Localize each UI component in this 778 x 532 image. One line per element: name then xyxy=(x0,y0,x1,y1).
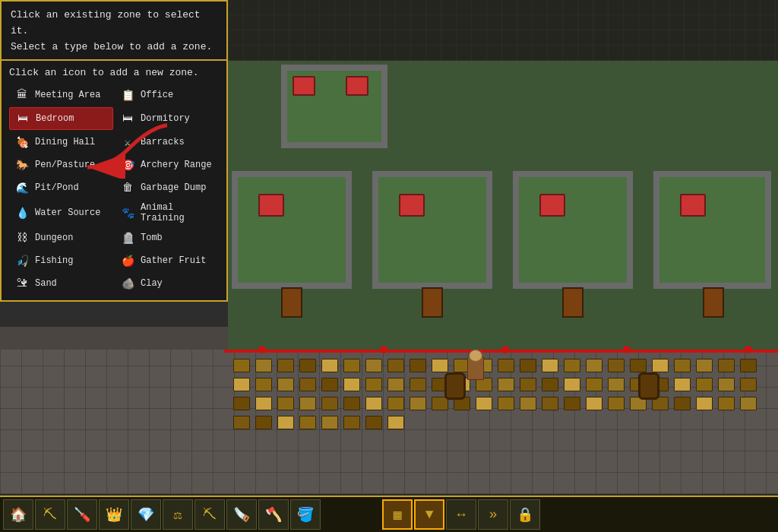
toolbar-btn-crown[interactable]: 👑 xyxy=(99,499,129,530)
info-panel: Click an existing zone to select it. Sel… xyxy=(0,0,228,61)
red-dot-4 xyxy=(623,346,631,353)
toolbar-btn-lock[interactable]: 🔒 xyxy=(510,499,540,530)
zone-label-sand: Sand xyxy=(35,278,57,289)
zone-label-dormitory: Dormitory xyxy=(141,113,190,124)
zone-icon-fishing: 🎣 xyxy=(14,252,30,269)
zone-item-barracks[interactable]: ⚔Barracks xyxy=(115,131,219,153)
zone-label-bedroom: Bedroom xyxy=(36,113,74,124)
red-dot-3 xyxy=(501,346,509,353)
toolbar-btn-down-arrow[interactable]: ▼ xyxy=(414,499,444,530)
zone-icon-dining-hall: 🍖 xyxy=(14,134,30,150)
red-dot-5 xyxy=(745,346,752,353)
zone-icon-dungeon: ⛓ xyxy=(14,230,30,246)
toolbar-btn-grid[interactable]: ▦ xyxy=(382,499,413,530)
zone-label-clay: Clay xyxy=(141,278,163,289)
red-dot-1 xyxy=(258,346,266,353)
zone-item-water-source[interactable]: 💧Water Source xyxy=(9,200,113,226)
zone-item-clay[interactable]: 🪨Clay xyxy=(115,273,219,294)
door-2 xyxy=(422,287,443,318)
zone-icon-water-source: 💧 xyxy=(14,204,30,221)
toolbar-btn-bucket[interactable]: 🪣 xyxy=(290,499,321,530)
storage-area xyxy=(228,353,778,494)
zone-item-fishing[interactable]: 🎣Fishing xyxy=(9,250,113,271)
zone-panel: Click an icon to add a new zone. 🏛Meetin… xyxy=(0,61,228,302)
zone-item-archery-range[interactable]: 🎯Archery Range xyxy=(115,154,219,176)
toolbar-btn-pick3[interactable]: ⛏ xyxy=(194,499,225,530)
toolbar-btn-fast-forward[interactable]: » xyxy=(478,499,508,530)
zone-label-pit-pond: Pit/Pond xyxy=(35,182,79,193)
zone-icon-pit-pond: 🌊 xyxy=(14,179,30,196)
zone-grid: 🏛Meeting Area📋Office🛏Bedroom🛏Dormitory🍖D… xyxy=(9,84,219,294)
zone-icon-dormitory: 🛏 xyxy=(119,110,136,127)
bed-top-1 xyxy=(293,76,315,96)
player-head xyxy=(469,350,482,362)
info-line-1: Click an existing zone to select it. xyxy=(11,8,217,40)
room-bottom-3 xyxy=(513,171,633,289)
rock-area-left xyxy=(0,327,228,350)
zone-label-archery-range: Archery Range xyxy=(141,160,212,170)
zone-label-animal-training: Animal Training xyxy=(141,202,214,223)
room-bottom-1 xyxy=(232,171,352,289)
zone-icon-clay: 🪨 xyxy=(119,275,136,292)
zone-label-fishing: Fishing xyxy=(35,255,73,266)
zone-label-water-source: Water Source xyxy=(35,207,100,218)
zone-item-office[interactable]: 📋Office xyxy=(115,84,219,106)
zone-icon-office: 📋 xyxy=(119,87,136,103)
zone-item-bedroom[interactable]: 🛏Bedroom xyxy=(9,107,113,130)
bed-r4 xyxy=(680,194,706,217)
zone-item-garbage-dump[interactable]: 🗑Garbage Dump xyxy=(115,177,219,198)
zone-icon-tomb: 🪦 xyxy=(119,230,136,246)
bed-r2 xyxy=(399,194,425,217)
zone-icon-meeting-area: 🏛 xyxy=(14,87,30,103)
toolbar-btn-pickaxe2[interactable]: 🪛 xyxy=(67,499,97,530)
zone-item-dormitory[interactable]: 🛏Dormitory xyxy=(115,107,219,130)
bed-r3 xyxy=(539,194,565,217)
zone-item-dungeon[interactable]: ⛓Dungeon xyxy=(9,227,113,249)
zone-label-tomb: Tomb xyxy=(141,233,163,243)
toolbar-btn-pick4[interactable]: 🪚 xyxy=(226,499,257,530)
barrel-1 xyxy=(444,372,466,400)
bed-r1 xyxy=(258,194,284,217)
zone-item-gather-fruit[interactable]: 🍎Gather Fruit xyxy=(115,250,219,271)
toolbar-btn-scale[interactable]: ⚖ xyxy=(163,499,193,530)
zone-item-pit-pond[interactable]: 🌊Pit/Pond xyxy=(9,177,113,198)
zone-item-animal-training[interactable]: 🐾Animal Training xyxy=(115,200,219,226)
barrel-2 xyxy=(638,372,659,400)
zone-icon-gather-fruit: 🍎 xyxy=(119,252,136,269)
zone-label-dining-hall: Dining Hall xyxy=(35,137,95,147)
zone-label-pen-pasture: Pen/Pasture xyxy=(35,160,95,170)
zone-panel-title: Click an icon to add a new zone. xyxy=(9,67,219,78)
bottom-toolbar: 🏠⛏🪛👑💎⚖⛏🪚🪓🪣▦▼↔»🔒 xyxy=(0,496,778,532)
door-4 xyxy=(703,287,724,318)
zone-item-pen-pasture[interactable]: 🐎Pen/Pasture xyxy=(9,154,113,176)
zone-item-dining-hall[interactable]: 🍖Dining Hall xyxy=(9,131,113,153)
red-dot-2 xyxy=(380,346,387,353)
zone-icon-archery-range: 🎯 xyxy=(119,157,136,173)
zone-icon-barracks: ⚔ xyxy=(119,134,136,150)
zone-item-sand[interactable]: 🏜Sand xyxy=(9,273,113,294)
zone-label-garbage-dump: Garbage Dump xyxy=(141,182,206,193)
zone-icon-animal-training: 🐾 xyxy=(119,204,136,221)
bed-top-2 xyxy=(346,76,368,96)
zone-item-meeting-area[interactable]: 🏛Meeting Area xyxy=(9,84,113,106)
toolbar-btn-gem[interactable]: 💎 xyxy=(131,499,161,530)
zone-icon-sand: 🏜 xyxy=(14,275,30,292)
zone-label-dungeon: Dungeon xyxy=(35,233,73,243)
room-bottom-4 xyxy=(653,171,771,289)
zone-label-barracks: Barracks xyxy=(141,137,185,147)
zone-icon-pen-pasture: 🐎 xyxy=(14,157,30,173)
zone-icon-bedroom: 🛏 xyxy=(14,110,31,127)
toolbar-btn-axe[interactable]: 🪓 xyxy=(258,499,289,530)
toolbar-btn-arrows[interactable]: ↔ xyxy=(446,499,476,530)
zone-item-tomb[interactable]: 🪦Tomb xyxy=(115,227,219,249)
wall-top xyxy=(228,0,778,61)
info-line-2: Select a type below to add a zone. xyxy=(11,40,217,55)
door-1 xyxy=(281,287,302,318)
zone-label-office: Office xyxy=(141,90,173,100)
zone-label-gather-fruit: Gather Fruit xyxy=(141,255,206,266)
zone-icon-garbage-dump: 🗑 xyxy=(119,179,136,196)
toolbar-btn-house[interactable]: 🏠 xyxy=(3,499,33,530)
toolbar-btn-pickaxe[interactable]: ⛏ xyxy=(35,499,65,530)
room-bottom-2 xyxy=(372,171,492,289)
door-3 xyxy=(562,287,584,318)
